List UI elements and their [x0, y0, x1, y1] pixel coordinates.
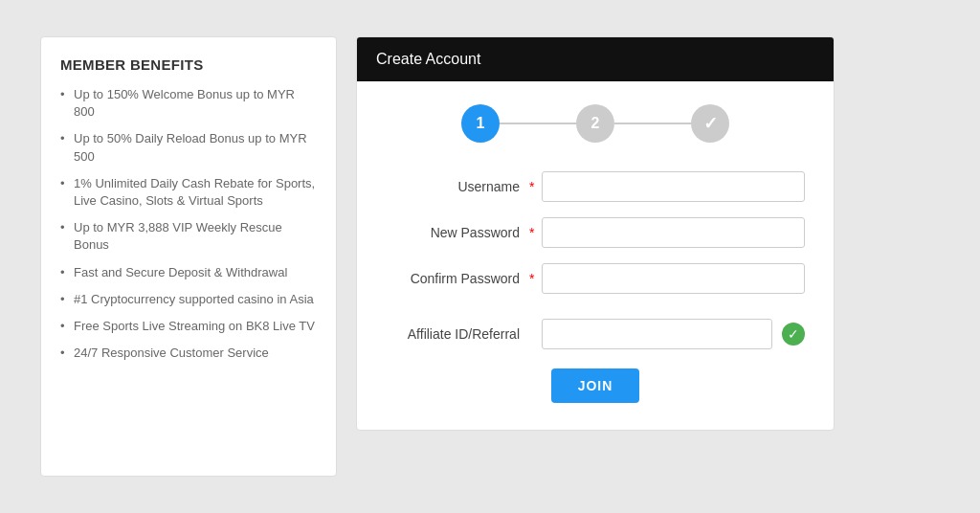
step-2-circle: 2 — [576, 104, 614, 143]
benefit-item: Fast and Secure Deposit & Withdrawal — [60, 264, 317, 281]
confirm-password-input[interactable] — [542, 263, 805, 294]
benefit-item: 24/7 Responsive Customer Service — [60, 345, 317, 362]
affiliate-input[interactable] — [542, 319, 772, 349]
username-input[interactable] — [542, 171, 805, 202]
benefit-item: Free Sports Live Streaming on BK8 Live T… — [60, 318, 317, 335]
join-button[interactable]: JOIN — [551, 368, 640, 403]
form-header: Create Account — [357, 37, 834, 81]
benefits-title: MEMBER BENEFITS — [60, 56, 317, 73]
new-password-row: New Password * — [386, 217, 805, 248]
step-1-circle: 1 — [461, 104, 500, 143]
stepper: 1 2 ✓ — [386, 104, 805, 143]
benefits-panel: MEMBER BENEFITS Up to 150% Welcome Bonus… — [40, 36, 337, 477]
form-panel: Create Account 1 2 ✓ Username * — [356, 36, 835, 431]
benefits-list: Up to 150% Welcome Bonus up to MYR 800Up… — [60, 86, 317, 362]
step-line-1 — [500, 123, 576, 124]
step-3-circle: ✓ — [691, 104, 729, 143]
username-required: * — [529, 179, 534, 194]
benefit-item: Up to 50% Daily Reload Bonus up to MYR 5… — [60, 130, 317, 165]
benefit-item: 1% Unlimited Daily Cash Rebate for Sport… — [60, 175, 317, 210]
benefit-item: Up to MYR 3,888 VIP Weekly Rescue Bonus — [60, 219, 317, 254]
step-line-2 — [614, 123, 691, 124]
benefit-item: Up to 150% Welcome Bonus up to MYR 800 — [60, 86, 317, 121]
affiliate-check-icon: ✓ — [782, 323, 805, 346]
form-body: 1 2 ✓ Username * New Password * — [357, 81, 834, 430]
affiliate-label: Affiliate ID/Referral — [386, 326, 529, 342]
affiliate-row: Affiliate ID/Referral * ✓ — [386, 319, 805, 349]
confirm-password-required: * — [529, 271, 534, 286]
new-password-label: New Password — [386, 225, 529, 240]
new-password-input[interactable] — [542, 217, 805, 248]
username-label: Username — [386, 179, 529, 194]
new-password-required: * — [529, 225, 534, 240]
benefit-item: #1 Cryptocurrency supported casino in As… — [60, 291, 317, 308]
confirm-password-row: Confirm Password * — [386, 263, 805, 294]
confirm-password-label: Confirm Password — [386, 271, 529, 286]
main-container: MEMBER BENEFITS Up to 150% Welcome Bonus… — [21, 17, 959, 496]
username-row: Username * — [386, 171, 805, 202]
